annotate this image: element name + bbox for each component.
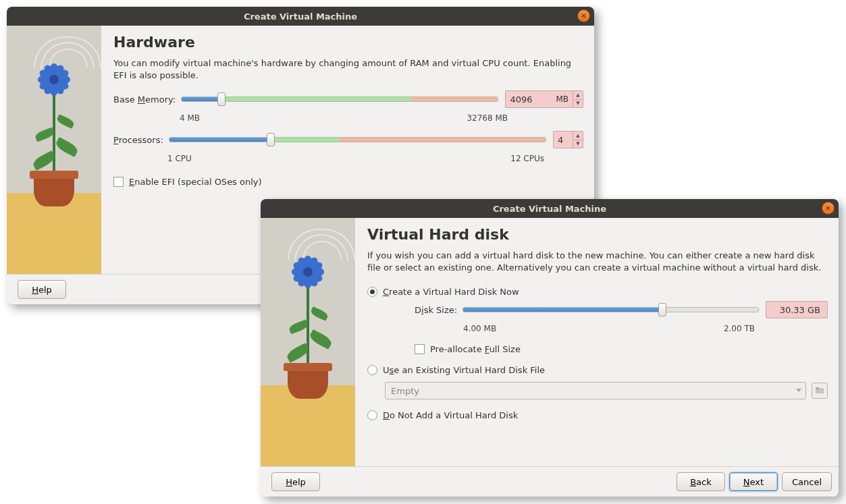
- close-icon[interactable]: [577, 9, 590, 22]
- opt-none-radio[interactable]: [367, 410, 377, 420]
- opt-none-row: Do Not Add a Virtual Hard Disk: [367, 410, 828, 420]
- efi-row: Enable EFI (special OSes only): [113, 177, 583, 187]
- folder-icon: [814, 385, 825, 396]
- memory-slider[interactable]: [181, 94, 498, 105]
- cancel-button[interactable]: Cancel: [782, 472, 832, 491]
- next-button[interactable]: Next: [729, 472, 778, 491]
- opt-none-label: Do Not Add a Virtual Hard Disk: [383, 410, 518, 420]
- cpu-max-label: 12 CPUs: [510, 154, 544, 163]
- combo-text: Empty: [391, 386, 419, 396]
- disksize-max-label: 2.00 TB: [724, 324, 755, 333]
- memory-step-up-icon[interactable]: ▲: [573, 91, 583, 100]
- prealloc-checkbox[interactable]: [415, 344, 425, 354]
- wizard-illustration: [7, 26, 101, 304]
- memory-step-down-icon[interactable]: ▼: [573, 100, 583, 108]
- memory-min-label: 4 MB: [180, 113, 200, 123]
- page-title: Virtual Hard disk: [367, 226, 828, 243]
- opt-create-label: Create a Virtual Hard Disk Now: [383, 287, 519, 297]
- opt-create-row: Create a Virtual Hard Disk Now: [367, 287, 828, 297]
- cpu-input[interactable]: [554, 132, 573, 148]
- page-description: If you wish you can add a virtual hard d…: [367, 250, 828, 273]
- opt-existing-label: Use an Existing Virtual Hard Disk File: [383, 365, 545, 375]
- memory-max-label: 32768 MB: [467, 113, 508, 123]
- memory-unit: MB: [556, 91, 573, 107]
- help-button[interactable]: Help: [18, 280, 66, 299]
- window-title: Create Virtual Machine: [244, 11, 357, 22]
- disksize-row: Disk Size: 30.33 GB: [415, 301, 828, 318]
- prealloc-row: Pre-allocate Full Size: [415, 344, 828, 354]
- efi-checkbox[interactable]: [113, 177, 124, 187]
- cpu-label: Processors:: [113, 135, 163, 145]
- memory-row: Base Memory: MB: [113, 90, 583, 108]
- browse-file-button[interactable]: [812, 383, 828, 399]
- opt-create-radio[interactable]: [367, 287, 377, 297]
- close-icon[interactable]: [822, 202, 835, 215]
- disksize-min-label: 4.00 MB: [463, 324, 496, 333]
- page-title: Hardware: [113, 34, 583, 51]
- disksize-slider[interactable]: [462, 304, 759, 315]
- cpu-min-label: 1 CPU: [167, 154, 192, 163]
- help-button[interactable]: Help: [271, 472, 320, 491]
- memory-spinbox[interactable]: MB ▲ ▼: [505, 90, 583, 108]
- disksize-label: Disk Size:: [415, 305, 457, 315]
- window-title: Create Virtual Machine: [493, 204, 606, 214]
- back-button[interactable]: Back: [677, 472, 725, 491]
- wizard-illustration: [261, 218, 355, 497]
- opt-existing-radio[interactable]: [367, 365, 377, 375]
- chevron-down-icon: [796, 389, 801, 392]
- cpu-row: Processors: ▲: [113, 131, 583, 148]
- cpu-spinbox[interactable]: ▲ ▼: [553, 131, 583, 148]
- cpu-step-down-icon[interactable]: ▼: [573, 140, 583, 148]
- titlebar[interactable]: Create Virtual Machine: [261, 199, 839, 218]
- efi-label: Enable EFI (special OSes only): [129, 177, 262, 187]
- cpu-slider[interactable]: [169, 134, 546, 145]
- existing-disk-combo: Empty: [385, 382, 806, 399]
- memory-input[interactable]: [506, 91, 556, 107]
- titlebar[interactable]: Create Virtual Machine: [7, 7, 594, 26]
- disksize-value[interactable]: 30.33 GB: [766, 301, 828, 318]
- page-description: You can modify virtual machine's hardwar…: [113, 57, 583, 81]
- opt-existing-row: Use an Existing Virtual Hard Disk File: [367, 365, 828, 375]
- memory-label: Base Memory:: [113, 94, 176, 105]
- harddisk-dialog: Create Virtual Machine: [261, 199, 839, 497]
- prealloc-label: Pre-allocate Full Size: [430, 344, 521, 354]
- cpu-step-up-icon[interactable]: ▲: [573, 132, 583, 140]
